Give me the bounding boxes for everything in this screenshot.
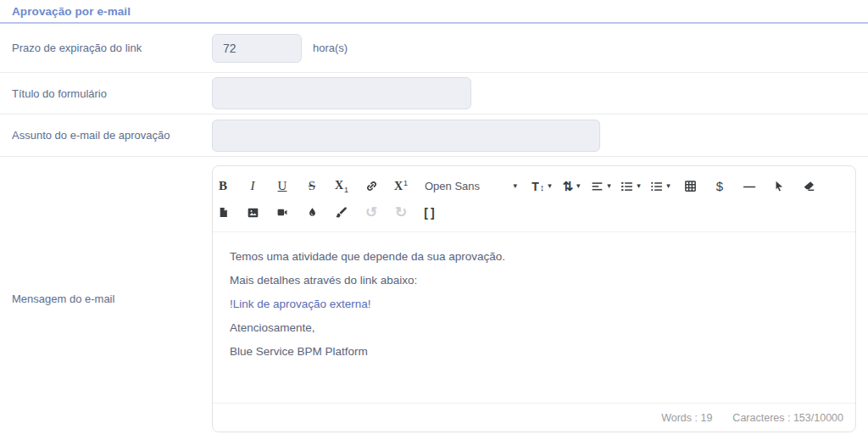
image-icon [247, 207, 259, 219]
chevron-down-icon: ▾ [513, 182, 517, 190]
section-title: Aprovação por e-mail [12, 5, 131, 18]
pointer-mode-button[interactable] [769, 175, 789, 198]
hours-suffix-label: hora(s) [313, 42, 348, 54]
clear-format-button[interactable] [798, 175, 819, 198]
redo-button[interactable]: ↻ [391, 202, 411, 224]
email-approval-settings-panel: Aprovação por e-mail Prazo de expiração … [0, 0, 868, 440]
code-view-button[interactable]: [] [420, 202, 441, 224]
line-height-icon: ⇅ [562, 180, 573, 192]
font-size-icon: T↕ [531, 181, 544, 192]
undo-icon: ↺ [365, 205, 377, 220]
dollar-icon: $ [716, 180, 723, 192]
bold-button[interactable]: B [213, 175, 233, 198]
dollar-variable-button[interactable]: $ [709, 175, 730, 198]
approval-link-placeholder: !Link de aprovação externa! [230, 297, 838, 311]
code-brackets-icon: [] [424, 207, 437, 219]
color-droplet-button[interactable] [302, 202, 322, 224]
chevron-down-icon: ▾ [666, 182, 670, 190]
editor-content-area[interactable]: Temos uma atividade que depende da sua a… [213, 232, 855, 403]
email-subject-label: Assunto do e-mail de aprovação [12, 129, 212, 142]
file-icon [218, 206, 229, 219]
underline-icon: U [278, 180, 287, 192]
link-icon [365, 180, 378, 192]
form-row-email-message: Mensagem do e-mail B I U S [0, 157, 868, 438]
paintbrush-button[interactable] [331, 202, 352, 224]
chevron-down-icon: ▾ [637, 182, 641, 190]
message-line: Blue Service BPM Platform [230, 344, 838, 359]
chevron-down-icon: ▾ [576, 182, 581, 190]
message-line: Atenciosamente, [230, 320, 838, 335]
droplet-icon [307, 206, 318, 219]
superscript-icon: X1 [394, 180, 408, 192]
undo-button[interactable]: ↺ [361, 202, 381, 224]
form-row-email-subject: Assunto do e-mail de aprovação [0, 114, 868, 157]
unordered-list-dropdown[interactable]: ▾ [650, 175, 670, 198]
video-icon [275, 207, 289, 218]
font-size-dropdown[interactable]: T↕ ▾ [531, 175, 552, 198]
image-button[interactable] [242, 202, 263, 224]
word-count: Words : 19 [661, 412, 712, 424]
editor-toolbar: B I U S X1 [213, 166, 855, 232]
form-row-link-expiration: Prazo de expiração do link hora(s) [0, 24, 868, 73]
font-family-selected: Open Sans [425, 181, 480, 192]
toolbar-row-2: ↺ ↻ [] [213, 199, 852, 226]
paragraph-align-dropdown[interactable]: ▾ [591, 175, 611, 198]
horizontal-rule-button[interactable]: — [739, 175, 760, 198]
chevron-down-icon: ▾ [607, 182, 611, 190]
form-row-form-title: Título do formulário [0, 73, 868, 114]
chevron-down-icon: ▾ [548, 182, 552, 190]
ordered-list-icon [620, 181, 633, 192]
toolbar-row-1: B I U S X1 [213, 173, 852, 199]
table-icon [684, 180, 697, 192]
form-title-input[interactable] [212, 77, 471, 109]
email-subject-input[interactable] [212, 120, 600, 152]
editor-statusbar: Words : 19 Caracteres : 153/10000 [213, 403, 855, 432]
paintbrush-icon [335, 206, 348, 219]
cursor-arrow-icon [773, 180, 785, 192]
character-count: Caracteres : 153/10000 [732, 412, 843, 424]
link-button[interactable] [361, 175, 381, 198]
superscript-button[interactable]: X1 [391, 175, 411, 198]
underline-button[interactable]: U [272, 175, 292, 198]
strikethrough-icon: S [309, 180, 315, 192]
link-expiration-label: Prazo de expiração do link [12, 42, 212, 54]
line-height-dropdown[interactable]: ⇅ ▾ [561, 175, 581, 198]
subscript-button[interactable]: X1 [331, 175, 352, 198]
form-title-label: Título do formulário [12, 87, 212, 100]
file-button[interactable] [213, 202, 233, 224]
italic-button[interactable]: I [242, 175, 263, 198]
italic-icon: I [251, 180, 255, 192]
message-line: Mais detalhes através do link abaixo: [230, 273, 838, 287]
strikethrough-button[interactable]: S [302, 175, 322, 198]
eraser-icon [802, 180, 815, 192]
unordered-list-icon [650, 181, 663, 192]
subscript-icon: X1 [335, 179, 348, 194]
table-button[interactable] [680, 175, 700, 198]
ordered-list-dropdown[interactable]: ▾ [620, 175, 641, 198]
font-family-dropdown[interactable]: Open Sans ▾ [420, 175, 522, 198]
redo-icon: ↻ [395, 205, 407, 220]
message-line: Temos uma atividade que depende da sua a… [230, 249, 838, 264]
video-button[interactable] [272, 202, 292, 224]
horizontal-rule-icon: — [743, 181, 755, 192]
link-expiration-input[interactable] [212, 34, 302, 63]
rich-text-editor: B I U S X1 [212, 165, 856, 432]
bold-icon: B [219, 180, 227, 192]
section-header: Aprovação por e-mail [0, 0, 868, 24]
align-left-icon [591, 181, 604, 192]
email-message-label: Mensagem do e-mail [12, 292, 212, 305]
